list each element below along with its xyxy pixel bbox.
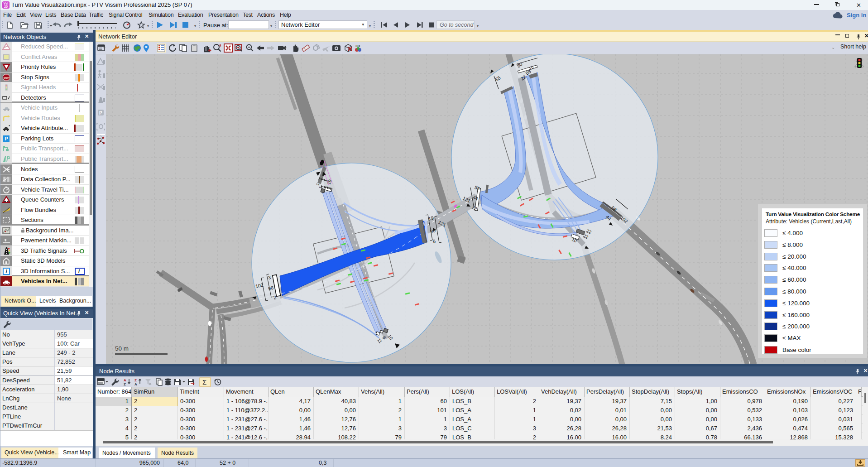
svg-text:P: P xyxy=(5,136,8,141)
svg-text:*: * xyxy=(9,125,10,128)
svg-text:A: A xyxy=(134,382,137,386)
svg-text:Z: Z xyxy=(134,378,137,382)
svg-text:50 m: 50 m xyxy=(115,345,129,352)
svg-text:P: P xyxy=(99,111,102,116)
svg-text:Σ: Σ xyxy=(202,378,206,386)
svg-text:STOP: STOP xyxy=(4,77,9,79)
svg-text:Z: Z xyxy=(124,382,126,386)
svg-text:A: A xyxy=(124,378,126,382)
